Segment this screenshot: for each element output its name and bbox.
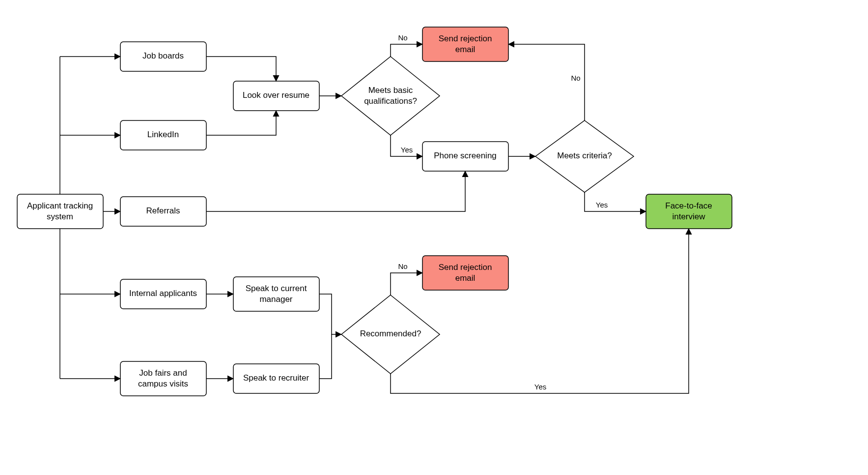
svg-text:email: email	[455, 45, 476, 54]
svg-text:Meets basic: Meets basic	[368, 86, 413, 95]
svg-rect-0	[17, 194, 103, 229]
svg-text:Internal applicants: Internal applicants	[129, 289, 197, 298]
label-meets-basic-no: No	[398, 33, 407, 42]
node-referrals: Referrals	[120, 197, 206, 226]
decision-recommended: Recommended?	[341, 295, 440, 374]
svg-text:Job fairs and: Job fairs and	[139, 368, 187, 378]
svg-text:Face-to-face: Face-to-face	[665, 201, 712, 210]
edge-meets-basic-no	[391, 44, 422, 57]
edge-referrals-to-phone	[206, 171, 465, 211]
edge-recruiter-to-recommended	[319, 334, 332, 379]
node-speak-current-manager: Speak to current manager	[233, 277, 319, 311]
edge-criteria-yes	[585, 192, 646, 211]
edge-recommended-no	[391, 273, 422, 295]
svg-text:Look over resume: Look over resume	[243, 90, 309, 100]
svg-text:Speak to current: Speak to current	[246, 284, 307, 293]
svg-text:Job boards: Job boards	[142, 51, 184, 60]
svg-marker-21	[341, 57, 440, 135]
label-criteria-yes: Yes	[596, 201, 608, 209]
node-job-fairs: Job fairs and campus visits	[120, 361, 206, 396]
decision-meets-criteria: Meets criteria?	[535, 120, 634, 192]
svg-text:Applicant tracking: Applicant tracking	[27, 201, 93, 210]
svg-text:campus visits: campus visits	[138, 379, 188, 388]
svg-rect-31	[646, 194, 732, 229]
svg-text:qualifications?: qualifications?	[364, 96, 417, 106]
svg-text:Phone screening: Phone screening	[434, 151, 497, 160]
svg-text:Send rejection: Send rejection	[439, 263, 492, 272]
node-face-to-face-interview: Face-to-face interview	[646, 194, 732, 229]
node-send-rejection-email-top: Send rejection email	[422, 27, 508, 61]
edge-recommended-yes	[391, 229, 689, 393]
node-linkedin: LinkedIn	[120, 120, 206, 150]
svg-rect-36	[422, 256, 508, 290]
svg-text:Speak to recruiter: Speak to recruiter	[243, 373, 309, 383]
svg-rect-11	[120, 361, 206, 396]
decision-meets-basic-qualifications: Meets basic qualifications?	[341, 57, 440, 135]
svg-text:Meets criteria?: Meets criteria?	[557, 151, 612, 160]
svg-text:manager: manager	[259, 295, 292, 304]
edge-criteria-no	[508, 44, 585, 120]
node-speak-recruiter: Speak to recruiter	[233, 364, 319, 393]
svg-text:Recommended?: Recommended?	[360, 329, 421, 338]
node-send-rejection-email-bottom: Send rejection email	[422, 256, 508, 290]
svg-text:Send rejection: Send rejection	[439, 34, 492, 43]
node-applicant-tracking-system: Applicant tracking system	[17, 194, 103, 229]
edge-manager-to-recommended	[319, 294, 341, 334]
label-criteria-no: No	[571, 74, 580, 82]
node-phone-screening: Phone screening	[422, 142, 508, 171]
node-internal-applicants: Internal applicants	[120, 279, 206, 309]
label-meets-basic-yes: Yes	[401, 146, 413, 154]
svg-text:Referrals: Referrals	[146, 206, 180, 215]
svg-rect-16	[233, 277, 319, 311]
svg-text:system: system	[47, 212, 73, 221]
svg-text:email: email	[455, 273, 476, 283]
flowchart-canvas: Applicant tracking system Job boards Lin…	[0, 0, 868, 475]
svg-text:LinkedIn: LinkedIn	[147, 130, 179, 139]
edge-linkedin-to-resume	[206, 111, 276, 135]
node-job-boards: Job boards	[120, 42, 206, 71]
label-recommended-yes: Yes	[534, 383, 546, 391]
node-look-over-resume: Look over resume	[233, 81, 319, 111]
svg-rect-24	[422, 27, 508, 61]
svg-text:interview: interview	[672, 212, 705, 221]
label-recommended-no: No	[398, 262, 407, 270]
edge-jobboards-to-resume	[206, 57, 276, 81]
